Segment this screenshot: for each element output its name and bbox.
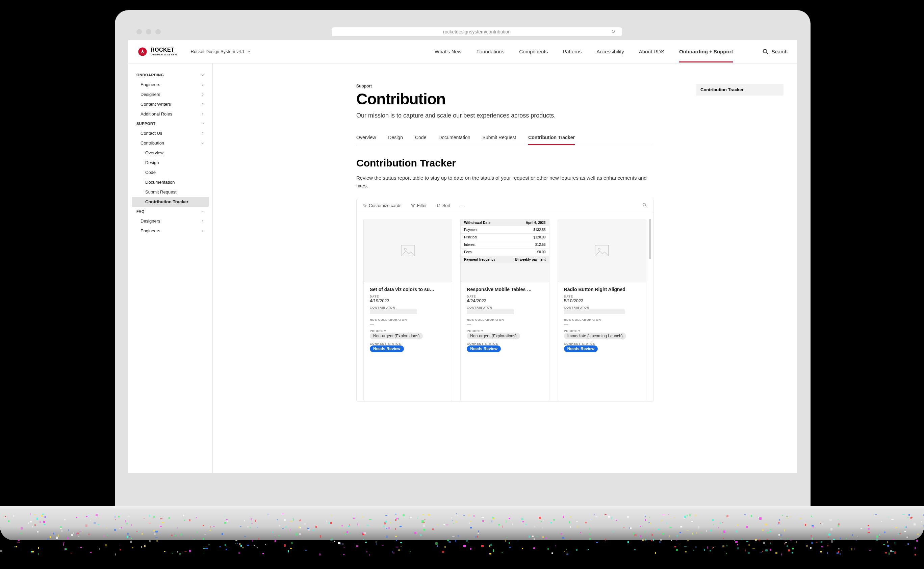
- chevron-down-icon: [201, 210, 204, 213]
- toc-item[interactable]: Contribution Tracker: [696, 84, 784, 96]
- card-date: 4/19/2023: [370, 298, 446, 303]
- section-description: Review the status report table to stay u…: [356, 174, 653, 189]
- card-contributor-redacted: [467, 309, 514, 314]
- board-toolbar: Customize cards Filter Sort —: [357, 199, 653, 212]
- card-priority-label: PRIORITY: [467, 329, 543, 333]
- sidebar-item-designers[interactable]: Designers: [132, 90, 209, 99]
- svg-point-4: [643, 203, 646, 206]
- logo-subtitle: DESIGN SYSTEM: [151, 53, 177, 56]
- version-selector[interactable]: Rocket Design System v4.1: [191, 49, 251, 54]
- nav-about[interactable]: About RDS: [639, 41, 664, 62]
- nav-components[interactable]: Components: [519, 41, 548, 62]
- card-collab-value: —: [564, 321, 640, 327]
- page-subtitle: Our mission is to capture and scale our …: [356, 112, 653, 119]
- search-label: Search: [771, 49, 787, 54]
- card-date-label: DATE: [564, 295, 640, 298]
- sidebar-item-contribution[interactable]: Contribution: [132, 138, 209, 148]
- chevron-right-icon: [201, 93, 204, 96]
- browser-chrome: rocketdesignsystem/contribution ↻: [128, 24, 797, 40]
- nav-accessibility[interactable]: Accessibility: [597, 41, 624, 62]
- table-of-contents: Contribution Tracker: [696, 84, 784, 96]
- filter-button[interactable]: Filter: [411, 203, 427, 208]
- sidebar-sub-documentation[interactable]: Documentation: [132, 177, 209, 187]
- sidebar-item-additional-roles[interactable]: Additional Roles: [132, 109, 209, 119]
- card-priority-label: PRIORITY: [564, 329, 640, 333]
- svg-point-9: [598, 248, 600, 250]
- search-button[interactable]: Search: [763, 49, 787, 55]
- sidebar-group-faq[interactable]: FAQ: [132, 207, 209, 216]
- url-bar[interactable]: rocketdesignsystem/contribution ↻: [332, 27, 622, 36]
- sidebar-sub-submit-request[interactable]: Submit Request: [132, 187, 209, 197]
- main-content: Contribution Tracker Support Contributio…: [213, 64, 797, 473]
- tab-contribution-tracker[interactable]: Contribution Tracker: [528, 131, 575, 145]
- chevron-right-icon: [201, 229, 204, 233]
- tab-submit-request[interactable]: Submit Request: [483, 131, 516, 145]
- sidebar-sub-code[interactable]: Code: [132, 167, 209, 177]
- nav-foundations[interactable]: Foundations: [476, 41, 505, 62]
- chevron-down-icon: [201, 73, 204, 77]
- more-button[interactable]: —: [460, 203, 464, 208]
- card-status-label: CURRENT STATUS: [370, 342, 446, 345]
- sidebar-sub-overview[interactable]: Overview: [132, 148, 209, 158]
- sort-button[interactable]: Sort: [436, 203, 451, 208]
- customize-cards-button[interactable]: Customize cards: [363, 203, 402, 208]
- sidebar-item-faq-designers[interactable]: Designers: [132, 216, 209, 226]
- window-close-icon[interactable]: [137, 29, 142, 35]
- card-status-label: CURRENT STATUS: [564, 342, 640, 345]
- window-minimize-icon[interactable]: [146, 29, 151, 35]
- url-text: rocketdesignsystem/contribution: [443, 29, 511, 35]
- chevron-down-icon: [201, 122, 204, 125]
- card-collab-label: RDS COLLABORATOR: [564, 318, 640, 321]
- version-label: Rocket Design System v4.1: [191, 49, 245, 54]
- tab-documentation[interactable]: Documentation: [438, 131, 470, 145]
- window-maximize-icon[interactable]: [155, 29, 161, 35]
- nav-whats-new[interactable]: What's New: [435, 41, 462, 62]
- priority-pill: Non-urgent (Explorations): [467, 333, 520, 339]
- card-collab-value: —: [370, 321, 446, 327]
- sidebar-group-support[interactable]: SUPPORT: [132, 119, 209, 128]
- gear-icon: [363, 204, 367, 208]
- status-pill: Needs Review: [564, 345, 598, 352]
- card-contributor-label: CONTRIBUTOR: [564, 306, 640, 309]
- chevron-right-icon: [201, 103, 204, 106]
- card-status-label: CURRENT STATUS: [467, 342, 543, 345]
- sidebar-group-onboarding[interactable]: ONBOARDING: [132, 70, 209, 80]
- svg-line-2: [767, 52, 768, 54]
- refresh-icon[interactable]: ↻: [611, 29, 615, 34]
- nav-patterns[interactable]: Patterns: [563, 41, 581, 62]
- sidebar-item-faq-engineers[interactable]: Engineers: [132, 226, 209, 236]
- chevron-right-icon: [201, 219, 204, 223]
- card[interactable]: Radio Button Right Aligned DATE5/10/2023…: [557, 219, 646, 401]
- sidebar: ONBOARDING Engineers Designers Content W…: [128, 64, 213, 473]
- image-placeholder-icon: [594, 242, 610, 259]
- sidebar-item-content-writers[interactable]: Content Writers: [132, 99, 209, 109]
- svg-point-1: [763, 49, 767, 53]
- tab-code[interactable]: Code: [415, 131, 426, 145]
- section-title: Contribution Tracker: [356, 157, 653, 169]
- scrollbar[interactable]: [649, 219, 651, 259]
- tab-design[interactable]: Design: [388, 131, 403, 145]
- card-date: 5/10/2023: [564, 298, 640, 303]
- card-contributor-label: CONTRIBUTOR: [370, 306, 446, 309]
- logo[interactable]: ROCKET DESIGN SYSTEM: [138, 47, 177, 56]
- sidebar-item-contact-us[interactable]: Contact Us: [132, 128, 209, 138]
- priority-pill: Non-urgent (Explorations): [370, 333, 423, 339]
- nav-onboarding-support[interactable]: Onboarding + Support: [679, 41, 733, 62]
- tracker-board: Customize cards Filter Sort —: [356, 199, 653, 402]
- board-search-button[interactable]: [642, 202, 647, 208]
- sidebar-item-engineers[interactable]: Engineers: [132, 80, 209, 90]
- card-preview-placeholder: [558, 219, 646, 282]
- sort-icon: [436, 204, 440, 208]
- topbar: ROCKET DESIGN SYSTEM Rocket Design Syste…: [128, 40, 797, 64]
- tab-overview[interactable]: Overview: [356, 131, 376, 145]
- card[interactable]: Withdrawal DateApril 6, 2023 Payment$132…: [460, 219, 549, 401]
- sidebar-sub-contribution-tracker[interactable]: Contribution Tracker: [132, 197, 209, 207]
- filter-icon: [411, 204, 415, 208]
- chevron-down-icon: [201, 141, 204, 145]
- card-contributor-label: CONTRIBUTOR: [467, 306, 543, 309]
- card[interactable]: Set of data viz colors to su… DATE4/19/2…: [363, 219, 452, 401]
- image-placeholder-icon: [400, 242, 416, 259]
- page-tabs: Overview Design Code Documentation Submi…: [356, 131, 653, 145]
- sidebar-sub-design[interactable]: Design: [132, 158, 209, 167]
- board-canvas[interactable]: Set of data viz colors to su… DATE4/19/2…: [357, 212, 653, 401]
